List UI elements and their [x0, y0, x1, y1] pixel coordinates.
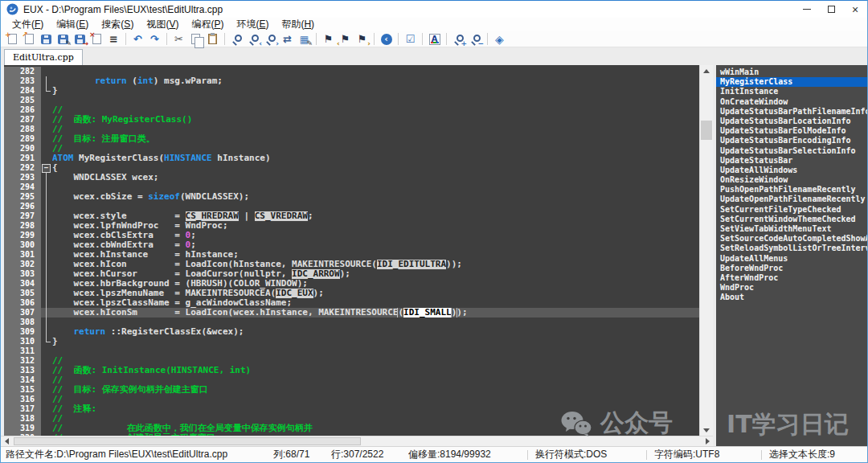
code-line[interactable]: 315// 目标: 保存实例句柄并创建主窗口 — [4, 385, 699, 395]
menu-edit[interactable]: 编辑(E) — [50, 18, 95, 31]
line-number[interactable]: 311 — [4, 346, 41, 356]
replace-icon[interactable]: ⇄ — [279, 32, 296, 47]
code-line[interactable]: 295 wcex.cbSize = sizeof(WNDCLASSEX); — [4, 192, 699, 202]
code-line[interactable]: 306 wcex.lpszClassName = g_acWindowClass… — [4, 298, 699, 308]
code-line[interactable]: 309 return ::RegisterClassEx(&wcex); — [4, 327, 699, 337]
line-number[interactable]: 290 — [4, 144, 41, 154]
file-list-icon[interactable]: ≡ — [105, 32, 122, 47]
vertical-scroll-track[interactable] — [700, 76, 713, 424]
zoom-in-icon[interactable]: + — [450, 32, 467, 47]
line-number[interactable]: 289 — [4, 134, 41, 144]
line-number[interactable]: 293 — [4, 173, 41, 182]
code-line[interactable]: 293 WNDCLASSEX wcex; — [4, 173, 699, 182]
scroll-down-button[interactable] — [700, 424, 713, 436]
line-number[interactable]: 301 — [4, 250, 41, 260]
code-line[interactable]: 319// 在此函数中，我们在全局变量中保存实例句柄并 — [4, 424, 699, 433]
symbol-item[interactable]: AfterWndProc — [716, 273, 867, 283]
code-line[interactable]: 300 wcex.cbWndExtra = 0; — [4, 240, 699, 250]
symbol-item[interactable]: UpdateStatusBarEolModeInfo — [716, 126, 867, 136]
syntax-color-icon[interactable]: A — [426, 32, 443, 47]
code-line[interactable]: 285 — [4, 96, 699, 105]
code-line[interactable]: 305 wcex.lpszMenuName = MAKEINTRESOURCEA… — [4, 289, 699, 298]
close-file-icon[interactable]: × — [88, 32, 105, 47]
code-line[interactable]: 298 wcex.lpfnWndProc = WndProc; — [4, 221, 699, 231]
symbol-item[interactable]: SetCurrentWindowThemeChecked — [716, 215, 867, 224]
line-number[interactable]: 309 — [4, 327, 41, 337]
menu-program[interactable]: 编程(P) — [185, 18, 230, 31]
code-line[interactable]: 284} — [4, 86, 699, 96]
code-line[interactable]: 318// — [4, 414, 699, 424]
menu-environment[interactable]: 环境(E) — [230, 18, 275, 31]
symbol-item[interactable]: MyRegisterClass — [716, 77, 867, 87]
code-line[interactable]: 317// 注释: — [4, 404, 699, 414]
go-back-icon[interactable]: ‹ — [378, 32, 395, 47]
symbol-item[interactable]: SetCurrentFileTypeChecked — [716, 205, 867, 215]
menu-help[interactable]: 帮助(H) — [275, 18, 321, 31]
symbol-item[interactable]: wWinMain — [716, 68, 867, 77]
line-number[interactable]: 314 — [4, 375, 41, 385]
code-line[interactable]: 307 wcex.hIconSm = LoadIcon(wcex.hInstan… — [4, 308, 699, 318]
save-as-icon[interactable]: ✎ — [55, 32, 72, 47]
code-line[interactable]: 288// — [4, 125, 699, 134]
menu-view[interactable]: 视图(V) — [140, 18, 185, 31]
line-number[interactable]: 285 — [4, 96, 41, 105]
line-number[interactable]: 310 — [4, 337, 41, 346]
fold-toggle-icon[interactable] — [41, 163, 52, 173]
symbol-item[interactable]: OnCreateWindow — [716, 97, 867, 107]
code-line[interactable]: 316// — [4, 395, 699, 404]
vertical-scroll-thumb[interactable] — [701, 121, 712, 140]
horizontal-scroll-thumb[interactable] — [14, 437, 361, 445]
code-line[interactable]: 303 wcex.hCursor = LoadCursor(nullptr, I… — [4, 269, 699, 279]
symbol-item[interactable]: BeforeWndProc — [716, 264, 867, 273]
line-number[interactable]: 284 — [4, 86, 41, 96]
code-line[interactable]: 282 — [4, 67, 699, 76]
symbol-item[interactable]: SetSourceCodeAutoCompletedShowAf — [716, 234, 867, 244]
scroll-left-button[interactable] — [1, 436, 12, 446]
symbol-item[interactable]: UpdateAllWindows — [716, 166, 867, 175]
replace-in-files-icon[interactable]: ▦✎ — [296, 32, 313, 47]
scroll-right-button[interactable] — [702, 436, 713, 446]
symbol-item[interactable]: SetReloadSymbolListOrTreeInterva — [716, 244, 867, 253]
bookmark-icon[interactable]: ⚑ — [320, 32, 337, 47]
copy-icon[interactable] — [187, 32, 204, 47]
symbol-item[interactable]: UpdateOpenPathFilenameRecently — [716, 195, 867, 204]
code-line[interactable]: 294 — [4, 182, 699, 192]
undo-icon[interactable]: ↶ — [129, 32, 146, 47]
code-line[interactable]: 312// — [4, 356, 699, 366]
redo-icon[interactable]: ↷ — [146, 32, 163, 47]
code-line[interactable]: 304 wcex.hbrBackground = (HBRUSH)(COLOR_… — [4, 279, 699, 289]
line-number[interactable]: 307 — [4, 308, 41, 318]
code-line[interactable]: 311 — [4, 346, 699, 356]
todo-list-icon[interactable]: ☑ — [402, 32, 419, 47]
scroll-up-button[interactable] — [700, 65, 713, 76]
editor-vertical-scrollbar[interactable] — [699, 65, 713, 436]
code-line[interactable]: 291ATOM MyRegisterClass(HINSTANCE hInsta… — [4, 154, 699, 163]
code-line[interactable]: 286// — [4, 105, 699, 115]
line-number[interactable]: 304 — [4, 279, 41, 289]
editor-horizontal-scrollbar[interactable] — [1, 436, 713, 446]
line-number[interactable]: 292 — [4, 163, 41, 173]
line-number[interactable]: 288 — [4, 125, 41, 134]
line-number[interactable]: 287 — [4, 115, 41, 125]
symbol-item[interactable]: UpdateStatusBarSelectionInfo — [716, 146, 867, 156]
line-number[interactable]: 306 — [4, 298, 41, 308]
line-number[interactable]: 319 — [4, 424, 41, 433]
line-number[interactable]: 318 — [4, 414, 41, 424]
new-file-icon[interactable]: + — [4, 32, 21, 47]
menu-file[interactable]: 文件(F) — [6, 18, 50, 31]
line-number[interactable]: 313 — [4, 366, 41, 375]
close-button[interactable]: × — [843, 1, 867, 18]
code-line[interactable]: 301 wcex.hInstance = hInstance; — [4, 250, 699, 260]
line-number[interactable]: 300 — [4, 240, 41, 250]
code-editor[interactable]: 282283 return (int) msg.wParam;284}28528… — [1, 65, 699, 436]
find-next-icon[interactable]: › — [262, 32, 279, 47]
zoom-out-icon[interactable]: − — [467, 32, 484, 47]
line-number[interactable]: 315 — [4, 385, 41, 395]
line-number[interactable]: 282 — [4, 67, 41, 76]
find-icon[interactable] — [228, 32, 245, 47]
code-line[interactable]: 287// 函数: MyRegisterClass() — [4, 115, 699, 125]
symbol-item[interactable]: InitInstance — [716, 87, 867, 96]
line-number[interactable]: 298 — [4, 221, 41, 231]
symbol-item[interactable]: OnResizeWindow — [716, 175, 867, 185]
code-line[interactable]: 289// 目标: 注册窗口类。 — [4, 134, 699, 144]
